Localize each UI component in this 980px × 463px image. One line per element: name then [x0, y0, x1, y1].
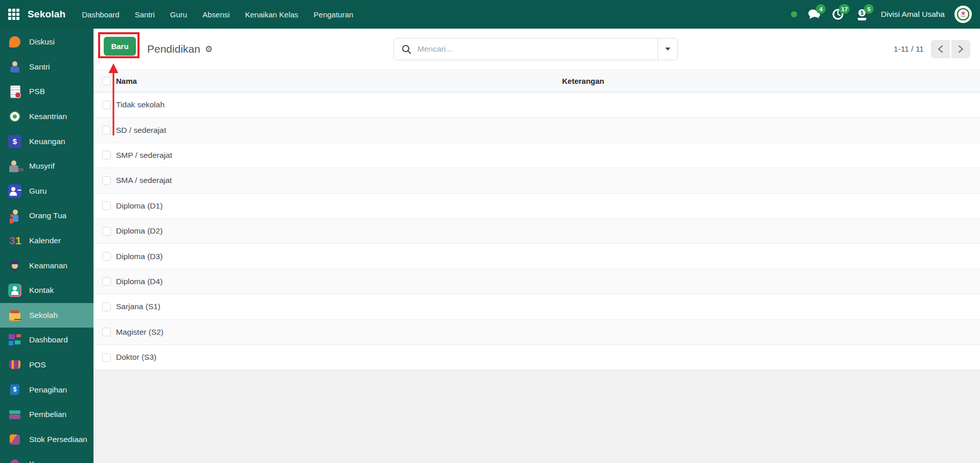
table-row[interactable]: Diploma (D3)	[94, 244, 980, 269]
row-checkbox[interactable]	[102, 101, 111, 109]
chevron-left-icon	[937, 45, 944, 53]
psb-icon	[8, 85, 21, 98]
activities-button[interactable]: 17	[831, 7, 845, 21]
sidebar-item-sekolah[interactable]: Sekolah	[0, 303, 94, 328]
row-checkbox[interactable]	[102, 126, 111, 134]
nav-menu-kenaikan-kelas[interactable]: Kenaikan Kelas	[245, 10, 298, 19]
table-row[interactable]: Diploma (D2)	[94, 219, 980, 244]
table-row[interactable]: SMA / sederajat	[94, 168, 980, 193]
row-checkbox[interactable]	[102, 277, 111, 286]
musyrif-icon	[8, 159, 21, 173]
stok-persediaan-icon	[8, 433, 21, 446]
messages-button[interactable]: 4	[807, 7, 821, 21]
activities-badge: 17	[839, 4, 850, 14]
pager-range: 1-11 / 11	[894, 44, 924, 54]
row-checkbox[interactable]	[102, 227, 111, 236]
nav-menu-pengaturan[interactable]: Pengaturan	[314, 10, 354, 19]
penagihan-icon	[8, 383, 21, 397]
sidebar-item-psb[interactable]: PSB	[0, 79, 94, 104]
pembelian-icon	[8, 408, 21, 421]
cell-nama: Sarjana (S1)	[116, 302, 562, 311]
table-row[interactable]: Tidak sekolah	[94, 92, 980, 118]
sidebar: DiskusiSantriPSBKesantrianKeuanganMusyri…	[0, 29, 94, 463]
new-record-button[interactable]: Baru	[104, 37, 136, 56]
cell-nama: Diploma (D2)	[116, 226, 562, 236]
sekolah-icon	[8, 309, 21, 322]
cell-nama: Diploma (D3)	[116, 252, 562, 261]
company-logo-icon	[955, 7, 971, 22]
sidebar-item-label: K	[29, 459, 34, 463]
search-filter-toggle[interactable]	[658, 38, 678, 60]
column-header-nama[interactable]: Nama	[116, 77, 562, 85]
sidebar-item-kontak[interactable]: Kontak	[0, 278, 94, 303]
control-bar: Baru Pendidikan ⚙ 1-11 / 11	[94, 29, 980, 70]
top-navbar: Sekolah DashboardSantriGuruAbsensiKenaik…	[0, 0, 980, 29]
table-row[interactable]: Magister (S2)	[94, 320, 980, 345]
presence-dot-icon	[791, 11, 797, 17]
svg-text:$: $	[860, 10, 864, 16]
apps-grid-icon[interactable]	[8, 9, 19, 20]
sidebar-item-label: Orang Tua	[29, 211, 66, 220]
sidebar-item-musyrif[interactable]: Musyrif	[0, 154, 94, 179]
payments-button[interactable]: $ 5	[855, 7, 869, 21]
sidebar-item-k[interactable]: K	[0, 452, 94, 463]
sidebar-item-diskusi[interactable]: Diskusi	[0, 30, 94, 55]
sidebar-item-guru[interactable]: Guru	[0, 179, 94, 204]
table-row[interactable]: SMP / sederajat	[94, 143, 980, 168]
app-title[interactable]: Sekolah	[28, 9, 65, 20]
sidebar-item-santri[interactable]: Santri	[0, 55, 94, 80]
row-checkbox[interactable]	[102, 151, 111, 159]
row-checkbox[interactable]	[102, 252, 111, 261]
gear-icon[interactable]: ⚙	[205, 45, 213, 54]
sidebar-item-label: PSB	[29, 87, 45, 96]
table-row[interactable]: Doktor (S3)	[94, 345, 980, 370]
sidebar-item-label: POS	[29, 360, 46, 369]
sidebar-item-dashboard[interactable]: Dashboard	[0, 328, 94, 353]
payments-badge: 5	[864, 4, 874, 14]
row-checkbox[interactable]	[102, 176, 111, 185]
nav-menu-santri[interactable]: Santri	[135, 10, 155, 19]
nav-menu-guru[interactable]: Guru	[170, 10, 187, 19]
search-input[interactable]	[417, 44, 658, 54]
keuangan-icon	[8, 135, 21, 148]
list-body: Tidak sekolahSD / sederajatSMP / sederaj…	[94, 92, 980, 370]
cell-nama: Tidak sekolah	[116, 100, 562, 109]
nav-menu-dashboard[interactable]: Dashboard	[82, 10, 119, 19]
sidebar-item-kalender[interactable]: Kalender	[0, 228, 94, 253]
kesantrian-icon	[8, 110, 21, 123]
sidebar-item-label: Kontak	[29, 286, 54, 295]
sidebar-item-pos[interactable]: POS	[0, 353, 94, 378]
column-header-keterangan[interactable]: Keterangan	[562, 77, 980, 85]
pager-next-button[interactable]	[951, 40, 970, 58]
sidebar-item-orang-tua[interactable]: Orang Tua	[0, 203, 94, 228]
sidebar-item-label: Santri	[29, 62, 50, 72]
row-checkbox[interactable]	[102, 328, 111, 336]
row-checkbox[interactable]	[102, 201, 111, 210]
avatar[interactable]	[954, 6, 972, 23]
table-row[interactable]: Diploma (D1)	[94, 194, 980, 219]
page-title: Pendidikan	[147, 43, 200, 55]
kalender-icon	[8, 234, 21, 247]
sidebar-item-keamanan[interactable]: Keamanan	[0, 253, 94, 278]
sidebar-item-pembelian[interactable]: Pembelian	[0, 402, 94, 427]
orang-tua-icon	[8, 209, 21, 222]
sidebar-item-label: Sekolah	[29, 311, 58, 320]
sidebar-item-stok-persediaan[interactable]: Stok Persediaan	[0, 427, 94, 452]
nav-menu-absensi[interactable]: Absensi	[202, 10, 229, 19]
row-checkbox[interactable]	[102, 353, 111, 362]
table-row[interactable]: SD / sederajat	[94, 118, 980, 143]
chevron-down-icon	[665, 48, 670, 51]
cell-nama: Diploma (D1)	[116, 201, 562, 211]
pager-previous-button[interactable]	[931, 40, 950, 58]
sidebar-item-penagihan[interactable]: Penagihan	[0, 377, 94, 402]
table-row[interactable]: Diploma (D4)	[94, 269, 980, 294]
select-all-checkbox[interactable]	[102, 77, 111, 85]
pos-icon	[8, 358, 21, 372]
sidebar-item-keuangan[interactable]: Keuangan	[0, 129, 94, 154]
row-checkbox[interactable]	[102, 303, 111, 311]
sidebar-item-kesantrian[interactable]: Kesantrian	[0, 104, 94, 129]
dashboard-icon	[8, 333, 21, 346]
guru-icon	[8, 184, 21, 198]
company-name[interactable]: Divisi Amal Usaha	[881, 10, 945, 19]
table-row[interactable]: Sarjana (S1)	[94, 294, 980, 319]
